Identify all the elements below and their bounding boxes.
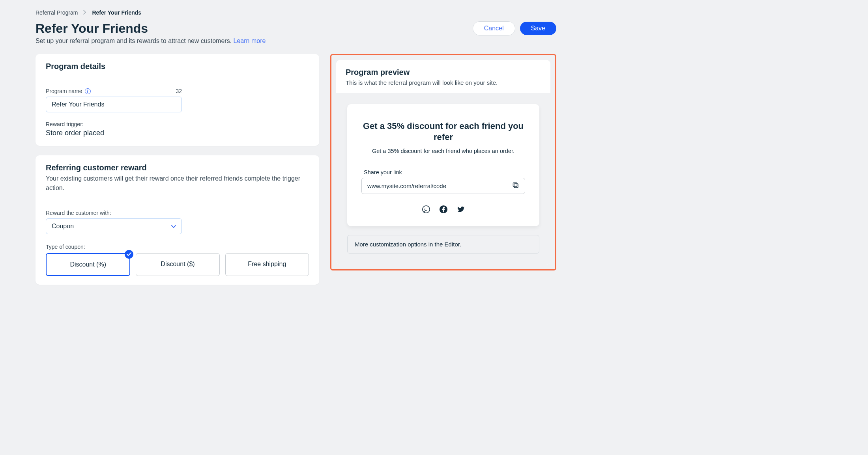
reward-trigger-label: Reward trigger: [46, 121, 309, 127]
preview-desc: This is what the referral program will l… [346, 78, 541, 88]
reward-with-select[interactable]: Coupon [46, 218, 182, 234]
svg-point-2 [422, 206, 429, 213]
breadcrumb-current: Refer Your Friends [92, 9, 141, 16]
breadcrumb-parent[interactable]: Referral Program [36, 9, 78, 16]
more-customization-note: More customization options in the Editor… [347, 235, 539, 254]
program-name-input[interactable] [46, 97, 182, 112]
referring-reward-desc: Your existing customers will get their r… [46, 174, 309, 193]
preview-title: Program preview [346, 68, 541, 77]
reward-trigger-value: Store order placed [46, 129, 309, 137]
reward-with-label: Reward the customer with: [46, 210, 309, 216]
chevron-down-icon [171, 223, 176, 230]
save-button[interactable]: Save [520, 22, 556, 35]
name-character-counter: 32 [176, 88, 182, 94]
coupon-option-discount-dollar[interactable]: Discount ($) [136, 253, 219, 276]
coupon-option-discount-percent[interactable]: Discount (%) [46, 253, 130, 276]
facebook-icon[interactable] [439, 205, 448, 215]
twitter-icon[interactable] [456, 205, 465, 215]
program-name-label: Program name [46, 88, 82, 94]
preview-subtext: Get a 35% discount for each friend who p… [361, 148, 525, 154]
cancel-button[interactable]: Cancel [473, 21, 515, 35]
referring-reward-title: Referring customer reward [46, 163, 309, 172]
whatsapp-icon[interactable] [422, 205, 430, 215]
preview-headline: Get a 35% discount for each friend you r… [361, 121, 525, 143]
selected-check-icon [125, 250, 133, 259]
page-title: Refer Your Friends [36, 21, 266, 36]
svg-rect-0 [514, 184, 518, 188]
program-details-card: Program details Program name i 32 Reward… [36, 54, 319, 146]
program-preview-highlight: Program preview This is what the referra… [330, 54, 556, 270]
referring-reward-card: Referring customer reward Your existing … [36, 155, 319, 285]
coupon-option-free-shipping[interactable]: Free shipping [225, 253, 309, 276]
reward-with-value: Coupon [52, 223, 74, 230]
coupon-type-label: Type of coupon: [46, 244, 309, 250]
share-link-label: Share your link [364, 169, 525, 175]
referral-link-box: www.mysite.com/referral/code [361, 178, 525, 194]
learn-more-link[interactable]: Learn more [234, 37, 266, 44]
info-icon[interactable]: i [85, 88, 91, 94]
svg-rect-1 [513, 183, 517, 186]
breadcrumb: Referral Program Refer Your Friends [36, 9, 556, 16]
program-details-title: Program details [46, 62, 309, 71]
referral-link-text: www.mysite.com/referral/code [367, 183, 446, 189]
chevron-right-icon [83, 9, 86, 16]
copy-icon[interactable] [512, 182, 519, 190]
preview-widget: Get a 35% discount for each friend you r… [347, 104, 539, 226]
page-subtitle: Set up your referral program and its rew… [36, 37, 266, 45]
